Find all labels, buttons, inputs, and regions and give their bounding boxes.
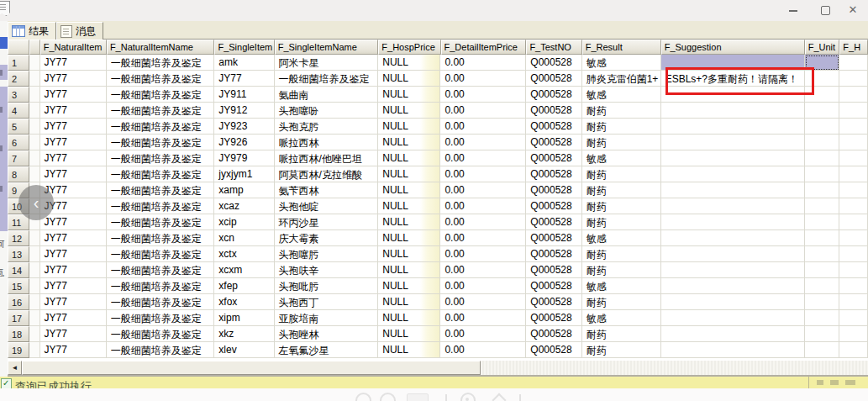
cell-detailItemPrice[interactable]: 0.00 <box>440 103 526 119</box>
cell-result[interactable]: 耐药 <box>582 198 661 214</box>
row-number-button[interactable]: 14 <box>8 262 29 278</box>
cell-hCut[interactable] <box>839 326 868 342</box>
cell-unit[interactable] <box>805 230 840 246</box>
cell-hospPrice[interactable]: NULL <box>378 326 440 342</box>
cell-singleItemName[interactable]: 一般细菌培养及鉴定 <box>275 71 379 87</box>
scroll-left-arrow[interactable]: ◄ <box>8 361 22 375</box>
column-header-suggestion[interactable]: F_Suggestion <box>661 40 805 55</box>
cell-naturalItemName[interactable]: 一般细菌培养及鉴定 <box>107 326 215 342</box>
cell-naturalItem[interactable]: JY77 <box>40 55 107 71</box>
cell-naturalItem[interactable]: JY77 <box>40 119 107 135</box>
cell-singleItem[interactable]: xamp <box>214 182 274 198</box>
cell-hospPrice[interactable]: NULL <box>378 262 440 278</box>
cell-detailItemPrice[interactable]: 0.00 <box>440 310 526 326</box>
row-number-button[interactable]: 17 <box>8 310 29 326</box>
cell-suggestion[interactable] <box>661 310 805 326</box>
cell-singleItem[interactable]: xfox <box>214 294 274 310</box>
cell-unit[interactable] <box>805 135 840 150</box>
column-header-testNo[interactable]: F_TestNO <box>526 40 581 55</box>
cell-hospPrice[interactable]: NULL <box>378 310 440 326</box>
column-header-singleItemName[interactable]: F_SingleItemName <box>275 40 379 55</box>
cell-hCut[interactable] <box>839 71 868 87</box>
column-header-naturalItem[interactable]: F_NaturalItem <box>40 40 107 55</box>
horizontal-scrollbar[interactable]: ◄ <box>8 361 868 375</box>
cell-testNo[interactable]: Q000528 <box>526 326 581 342</box>
cell-hospPrice[interactable]: NULL <box>378 230 440 246</box>
cell-unit[interactable] <box>805 119 840 135</box>
cell-unit[interactable] <box>805 310 840 326</box>
cell-naturalItemName[interactable]: 一般细菌培养及鉴定 <box>107 166 215 182</box>
cell-hospPrice[interactable]: NULL <box>378 278 440 294</box>
cell-suggestion[interactable] <box>661 262 805 278</box>
column-header-unit[interactable]: F_Unit <box>805 40 840 55</box>
column-header-hCut[interactable]: F_H <box>839 40 868 55</box>
cell-naturalItem[interactable]: JY77 <box>40 342 107 358</box>
cell-suggestion[interactable] <box>661 150 805 166</box>
cell-singleItemName[interactable]: 氨曲南 <box>275 87 379 103</box>
row-number-button[interactable]: 6 <box>8 135 29 150</box>
cell-result[interactable]: 耐药 <box>582 103 661 119</box>
cell-singleItemName[interactable]: 头孢噻肟 <box>275 246 379 262</box>
cell-detailItemPrice[interactable]: 0.00 <box>440 326 526 342</box>
cell-suggestion[interactable] <box>661 103 805 119</box>
row-number-button[interactable]: 2 <box>8 71 29 87</box>
cell-hospPrice[interactable]: NULL <box>378 246 440 262</box>
corner-header[interactable] <box>8 40 29 55</box>
cell-result[interactable]: 耐药 <box>582 214 661 230</box>
cell-testNo[interactable]: Q000528 <box>526 278 581 294</box>
cell-detailItemPrice[interactable]: 0.00 <box>440 342 526 358</box>
cell-naturalItemName[interactable]: 一般细菌培养及鉴定 <box>107 198 215 214</box>
cell-suggestion[interactable] <box>661 119 805 135</box>
cell-singleItemName[interactable]: 阿莫西林/克拉维酸 <box>275 166 379 182</box>
cell-naturalItem[interactable]: JY77 <box>40 214 107 230</box>
cell-suggestion[interactable] <box>661 246 805 262</box>
cell-suggestion[interactable] <box>661 342 805 358</box>
cell-singleItemName[interactable]: 左氧氟沙星 <box>275 342 379 358</box>
cell-detailItemPrice[interactable]: 0.00 <box>440 55 526 71</box>
row-number-button[interactable]: 18 <box>8 326 29 342</box>
cell-singleItem[interactable]: xcn <box>214 230 274 246</box>
cell-result[interactable]: 肺炎克雷伯菌1+ <box>582 71 661 87</box>
row-number-button[interactable]: 13 <box>8 246 29 262</box>
cell-hospPrice[interactable]: NULL <box>378 166 440 182</box>
cell-result[interactable]: 耐药 <box>582 166 661 182</box>
cell-testNo[interactable]: Q000528 <box>526 55 581 71</box>
cell-suggestion[interactable] <box>661 182 805 198</box>
cell-singleItem[interactable]: xcaz <box>214 198 274 214</box>
cell-singleItem[interactable]: xcip <box>214 214 274 230</box>
cell-singleItem[interactable]: jyxjym1 <box>214 166 274 182</box>
cell-naturalItem[interactable]: JY77 <box>40 294 107 310</box>
cell-unit[interactable] <box>805 103 840 119</box>
row-number-button[interactable]: 3 <box>8 87 29 103</box>
close-button[interactable]: ✕ <box>841 0 865 20</box>
cell-hospPrice[interactable]: NULL <box>378 103 440 119</box>
cell-detailItemPrice[interactable]: 0.00 <box>440 71 526 87</box>
cell-naturalItem[interactable]: JY77 <box>40 71 107 87</box>
cell-unit[interactable] <box>805 326 840 342</box>
cell-unit[interactable] <box>805 198 840 214</box>
cell-singleItemName[interactable]: 头孢噻吩 <box>275 103 379 119</box>
cell-testNo[interactable]: Q000528 <box>526 71 581 87</box>
cell-naturalItemName[interactable]: 一般细菌培养及鉴定 <box>107 103 215 119</box>
cell-result[interactable]: 敏感 <box>582 230 661 246</box>
cell-singleItemName[interactable]: 氨苄西林 <box>275 182 379 198</box>
cell-hospPrice[interactable]: NULL <box>378 71 440 87</box>
cell-singleItem[interactable]: xlev <box>214 342 274 358</box>
column-header-result[interactable]: F_Result <box>582 40 661 55</box>
cell-hospPrice[interactable]: NULL <box>378 182 440 198</box>
row-number-button[interactable]: 16 <box>8 294 29 310</box>
cell-singleItemName[interactable]: 头孢唑林 <box>275 326 379 342</box>
cell-naturalItem[interactable]: JY77 <box>40 103 107 119</box>
cell-result[interactable]: 耐药 <box>582 342 661 358</box>
cell-detailItemPrice[interactable]: 0.00 <box>440 150 526 166</box>
cell-result[interactable]: 耐药 <box>582 246 661 262</box>
cell-result[interactable]: 耐药 <box>582 182 661 198</box>
tab-messages[interactable]: 消息 <box>56 22 103 40</box>
cell-suggestion[interactable] <box>661 135 805 150</box>
row-number-button[interactable]: 1 <box>8 55 29 71</box>
cell-result[interactable]: 耐药 <box>582 294 661 310</box>
cell-unit[interactable] <box>805 150 840 166</box>
cell-suggestion[interactable] <box>661 166 805 182</box>
cell-suggestion[interactable] <box>661 198 805 214</box>
column-header-hospPrice[interactable]: F_HospPrice <box>378 40 440 55</box>
